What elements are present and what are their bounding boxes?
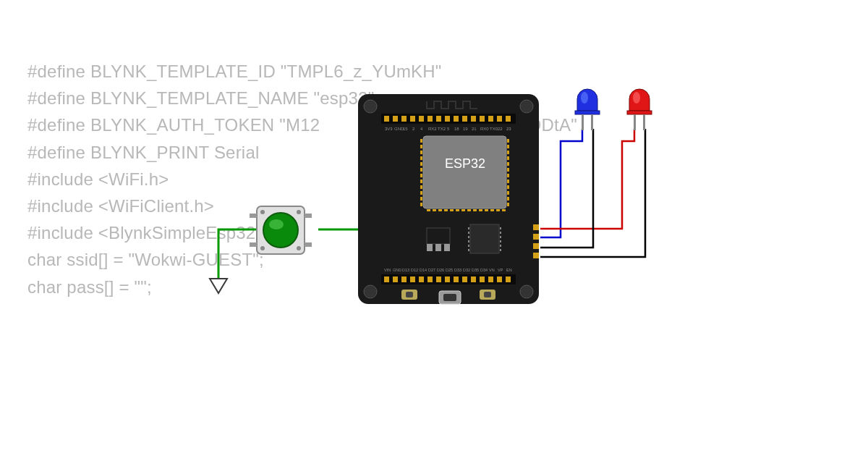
code-line: char ssid[] = "Wokwi-GUEST"; [27, 246, 678, 273]
code-line: #include <WiFi.h> [27, 166, 678, 193]
code-line: #define BLYNK_AUTH_TOKEN "M12 gvA 9 o_WM… [27, 111, 678, 138]
code-line: #include <BlynkSimpleEsp32.h> [27, 219, 678, 246]
code-line: char pass[] = ""; [27, 274, 678, 300]
source-code: #define BLYNK_TEMPLATE_ID "TMPL6_z_YUmKH… [27, 58, 678, 300]
code-line: #define BLYNK_PRINT Serial [27, 139, 678, 166]
code-line: #include <WiFiClient.h> [27, 193, 678, 219]
code-line: #define BLYNK_TEMPLATE_NAME "esp32" [27, 85, 678, 111]
code-line: #define BLYNK_TEMPLATE_ID "TMPL6_z_YUmKH… [27, 58, 678, 85]
